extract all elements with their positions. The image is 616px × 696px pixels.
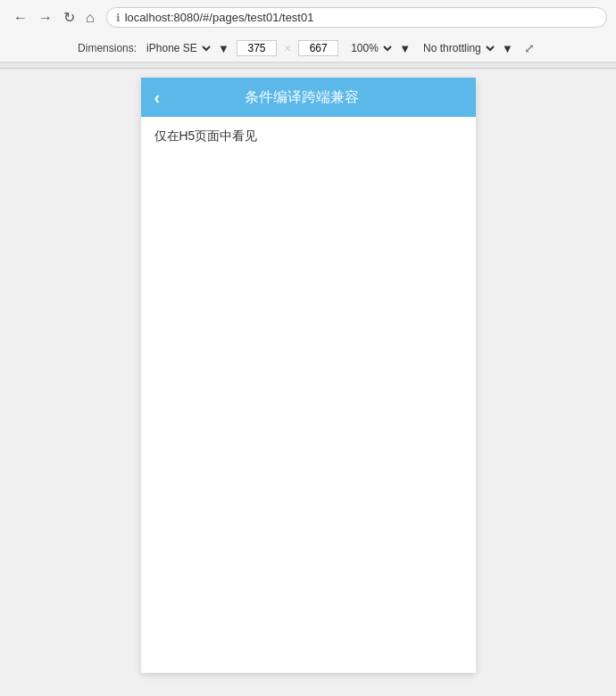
ruler-area [0,63,616,69]
mobile-header: ‹ 条件编译跨端兼容 [141,78,476,117]
mobile-frame: ‹ 条件编译跨端兼容 仅在H5页面中看见 [141,78,476,673]
dimensions-label: Dimensions: [78,42,137,54]
width-input[interactable] [237,40,277,56]
throttle-select[interactable]: No throttling [418,40,497,56]
h5-only-text: 仅在H5页面中看见 [154,128,258,143]
dimension-separator: × [284,41,291,55]
zoom-select[interactable]: 100% [345,40,395,56]
mobile-page-title: 条件编译跨端兼容 [169,88,435,107]
zoom-group: 100% ▼ [345,40,411,56]
forward-button[interactable]: → [34,9,57,27]
url-text: localhost:8080/#/pages/test01/test01 [125,11,314,24]
height-input[interactable] [298,40,338,56]
device-select[interactable]: iPhone SE [141,40,213,56]
back-button[interactable]: ← [9,9,32,27]
throttle-group: No throttling ▼ [418,40,513,56]
home-button[interactable]: ⌂ [81,9,99,27]
throttle-arrow: ▼ [502,42,513,55]
device-select-arrow: ▼ [218,42,229,55]
dimensions-group: Dimensions: iPhone SE ▼ [78,40,229,56]
address-bar[interactable]: ℹ localhost:8080/#/pages/test01/test01 [106,7,607,28]
lock-icon: ℹ [116,12,121,24]
rotate-button[interactable]: ⤢ [520,39,538,57]
mobile-page-content: 仅在H5页面中看见 [141,117,476,673]
nav-buttons: ← → ↻ ⌂ [9,9,99,27]
refresh-button[interactable]: ↻ [59,9,79,27]
browser-content: ‹ 条件编译跨端兼容 仅在H5页面中看见 [0,69,616,689]
mobile-back-button[interactable]: ‹ [154,88,161,106]
zoom-arrow: ▼ [399,42,411,55]
browser-chrome: ← → ↻ ⌂ ℹ localhost:8080/#/pages/test01/… [0,0,616,63]
devtools-toolbar: Dimensions: iPhone SE ▼ × 100% ▼ No thro… [0,35,616,62]
browser-titlebar: ← → ↻ ⌂ ℹ localhost:8080/#/pages/test01/… [0,0,616,35]
